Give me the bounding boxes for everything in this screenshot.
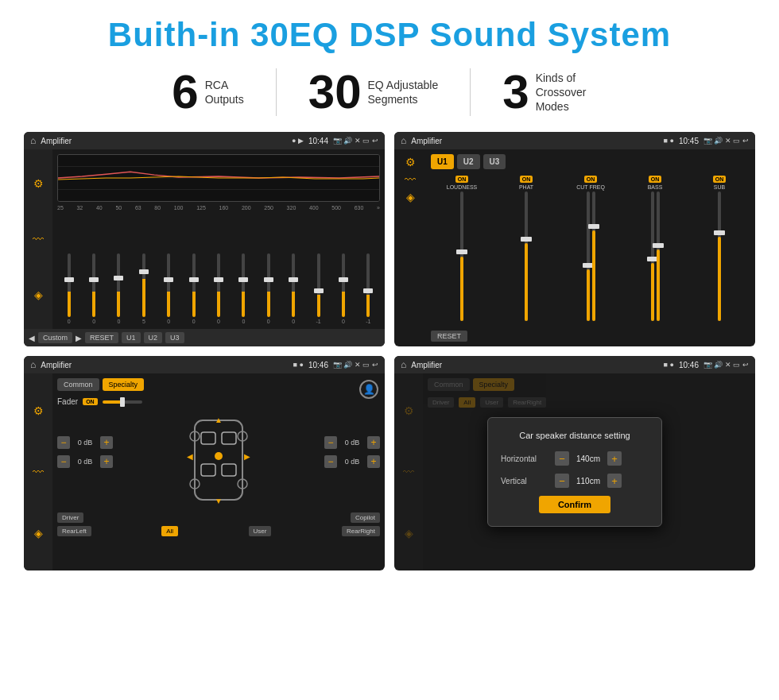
rr-minus-btn[interactable]: − (324, 455, 337, 468)
fr-plus-btn[interactable]: + (367, 436, 380, 449)
vertical-minus-btn[interactable]: − (555, 474, 569, 488)
crossover-sidebar: ⚙ 〰 ◈ (394, 149, 426, 346)
eq-track-6[interactable] (217, 253, 220, 317)
eq-track-2[interactable] (117, 253, 120, 317)
dialog-horizontal-row: Horizontal − 140cm + (501, 451, 649, 466)
user-btn[interactable]: User (249, 526, 272, 536)
eq-sidebar-icon-2[interactable]: 〰 (33, 233, 44, 246)
sub-label: SUB (714, 184, 725, 190)
cutfreq-sliders (560, 191, 622, 321)
fader-topbar: ⌂ Amplifier ■ ● 10:46 📷 🔊 ✕ ▭ ↩ (24, 356, 385, 373)
freq-250: 250 (264, 205, 273, 211)
eq-u3-btn[interactable]: U3 (165, 332, 184, 343)
eq-val-10: -1 (316, 319, 320, 324)
crossover-icon-1[interactable]: ⚙ (405, 156, 416, 168)
crossover-icon-2[interactable]: 〰 (405, 173, 416, 186)
horizontal-minus-btn[interactable]: − (555, 451, 569, 466)
crossover-channels: ON LOUDNESS (431, 176, 750, 321)
fader-common-tab[interactable]: Common (57, 378, 99, 391)
crossover-u3-btn[interactable]: U3 (483, 154, 506, 169)
user-profile-icon[interactable]: 👤 (359, 380, 378, 399)
eq-track-9[interactable] (292, 253, 295, 317)
horizontal-stepper: − 140cm + (555, 451, 649, 466)
rr-plus-btn[interactable]: + (367, 455, 380, 468)
vertical-plus-btn[interactable]: + (607, 474, 622, 488)
freq-160: 160 (219, 205, 229, 211)
eq-main-area: 25 32 40 50 63 80 100 125 160 200 250 32… (52, 149, 385, 329)
stat-eq-label: EQ AdjustableSegments (368, 78, 439, 106)
eq-prev-arrow[interactable]: ◀ (29, 334, 35, 342)
eq-track-3[interactable] (142, 253, 145, 317)
fader-bottom-row1: Driver Copilot (57, 512, 380, 523)
fader-tabs: Common Specialty (57, 378, 380, 391)
eq-val-5: 0 (192, 319, 196, 324)
fr-minus-btn[interactable]: − (324, 436, 337, 449)
svg-rect-8 (222, 464, 236, 476)
freq-32: 32 (76, 205, 83, 211)
crossover-home-icon[interactable]: ⌂ (401, 135, 406, 146)
crossover-icon-3[interactable]: ◈ (406, 191, 415, 203)
phat-label: PHAT (519, 184, 533, 190)
eq-slider-1: 0 (82, 253, 105, 324)
eq-u1-btn[interactable]: U1 (122, 332, 141, 343)
eq-track-12[interactable] (366, 253, 370, 317)
ch-sub: ON SUB (688, 176, 750, 321)
dialog-overlay: Car speaker distance setting Horizontal … (394, 373, 755, 570)
rl-plus-btn[interactable]: + (100, 455, 113, 468)
fader-sidebar-icon-1[interactable]: ⚙ (33, 404, 44, 417)
stats-row: 6 RCAOutputs 30 EQ AdjustableSegments 3 … (24, 68, 755, 116)
fader-sidebar-icon-3[interactable]: ◈ (34, 527, 43, 540)
eq-track-4[interactable] (167, 253, 170, 317)
bass-label: BASS (648, 184, 663, 190)
rearright-btn[interactable]: RearRight (342, 526, 380, 536)
crossover-u1-btn[interactable]: U1 (431, 154, 454, 169)
eq-track-8[interactable] (267, 253, 270, 317)
fader-h-slider[interactable] (103, 400, 142, 404)
eq-sidebar-icon-3[interactable]: ◈ (34, 288, 43, 301)
fader-sidebar-icon-2[interactable]: 〰 (33, 466, 44, 478)
eq-slider-11: 0 (331, 253, 355, 324)
eq-val-7: 0 (242, 319, 245, 324)
eq-reset-btn[interactable]: RESET (85, 332, 118, 343)
confirm-button[interactable]: Confirm (539, 496, 610, 513)
all-btn[interactable]: All (161, 526, 178, 536)
eq-sidebar: ⚙ 〰 ◈ (24, 149, 52, 329)
eq-next-arrow[interactable]: ▶ (76, 334, 82, 342)
eq-track-10[interactable] (317, 253, 320, 317)
eq-custom-btn[interactable]: Custom (38, 332, 72, 343)
fader-home-icon[interactable]: ⌂ (30, 359, 36, 370)
distance-home-icon[interactable]: ⌂ (401, 359, 406, 370)
home-icon[interactable]: ⌂ (30, 135, 36, 146)
fader-specialty-tab[interactable]: Specialty (103, 378, 145, 391)
eq-val-1: 0 (92, 319, 95, 324)
eq-track-5[interactable] (192, 253, 196, 317)
loudness-sliders (431, 191, 493, 321)
stat-eq-number: 30 (308, 68, 362, 116)
copilot-btn[interactable]: Copilot (351, 512, 380, 523)
svg-text:▶: ▶ (244, 452, 250, 461)
crossover-u-buttons: U1 U2 U3 (431, 154, 750, 169)
eq-time: 10:44 (308, 137, 328, 145)
eq-track-11[interactable] (342, 253, 345, 317)
eq-u2-btn[interactable]: U2 (144, 332, 163, 343)
rl-minus-btn[interactable]: − (57, 455, 70, 468)
fader-time: 10:46 (308, 361, 328, 369)
horizontal-plus-btn[interactable]: + (607, 451, 622, 466)
phat-sliders (495, 191, 557, 321)
eq-graph (57, 154, 380, 202)
crossover-u2-btn[interactable]: U2 (457, 154, 480, 169)
fl-plus-btn[interactable]: + (100, 436, 113, 449)
fader-dot-icons: ■ ● (293, 361, 304, 369)
front-right-vol: − 0 dB + (324, 436, 380, 449)
fader-right-col: − 0 dB + − 0 dB + (324, 412, 380, 471)
eq-sidebar-icon-1[interactable]: ⚙ (33, 177, 44, 190)
fl-minus-btn[interactable]: − (57, 436, 70, 449)
freq-63: 63 (135, 205, 141, 211)
driver-btn[interactable]: Driver (57, 512, 83, 523)
eq-track-7[interactable] (242, 253, 245, 317)
dialog-vertical-row: Vertical − 110cm + (501, 474, 649, 488)
eq-track-1[interactable] (92, 253, 95, 317)
rearleft-btn[interactable]: RearLeft (57, 526, 91, 536)
eq-track-0[interactable] (68, 253, 71, 317)
crossover-reset-btn[interactable]: RESET (431, 331, 467, 342)
